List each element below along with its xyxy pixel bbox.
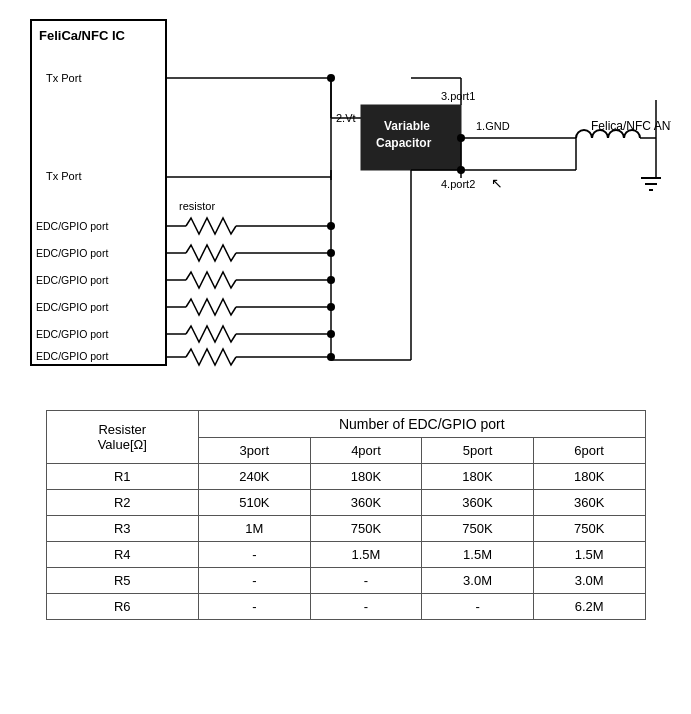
cell-R3-3: 750K	[533, 516, 645, 542]
cell-R3-2: 750K	[422, 516, 534, 542]
table-row: R5--3.0M3.0M	[46, 568, 645, 594]
svg-point-55	[327, 330, 335, 338]
cell-R3-1: 750K	[310, 516, 422, 542]
circuit-diagram: FeliCa/NFC IC Tx Port Tx Port EDC/GPIO p…	[21, 10, 671, 390]
svg-text:EDC/GPIO port: EDC/GPIO port	[36, 220, 108, 232]
cell-R5-1: -	[310, 568, 422, 594]
cell-R3-0: 1M	[199, 516, 311, 542]
svg-text:Tx  Port: Tx Port	[46, 72, 81, 84]
cell-R4-0: -	[199, 542, 311, 568]
svg-text:EDC/GPIO port: EDC/GPIO port	[36, 247, 108, 259]
table-row: R1240K180K180K180K	[46, 464, 645, 490]
cell-R5-0: -	[199, 568, 311, 594]
table-row: R31M750K750K750K	[46, 516, 645, 542]
col-header-6port: 6port	[533, 438, 645, 464]
table-row: R6---6.2M	[46, 594, 645, 620]
svg-text:Tx  Port: Tx Port	[46, 170, 81, 182]
cell-R1-0: 240K	[199, 464, 311, 490]
svg-point-35	[457, 134, 465, 142]
table-header-resister: Resister Value[Ω]	[46, 411, 199, 464]
row-label-R1: R1	[46, 464, 199, 490]
svg-text:4.port2: 4.port2	[441, 178, 475, 190]
svg-text:resistor: resistor	[179, 200, 215, 212]
cell-R2-1: 360K	[310, 490, 422, 516]
cell-R5-3: 3.0M	[533, 568, 645, 594]
table-header-edc: Number of EDC/GPIO port	[199, 411, 645, 438]
svg-text:FeliCa/NFC IC: FeliCa/NFC IC	[39, 28, 126, 43]
row-label-R6: R6	[46, 594, 199, 620]
cell-R4-3: 1.5M	[533, 542, 645, 568]
cell-R6-0: -	[199, 594, 311, 620]
svg-text:2.Vt: 2.Vt	[336, 112, 356, 124]
svg-text:EDC/GPIO port: EDC/GPIO port	[36, 328, 108, 340]
cell-R6-1: -	[310, 594, 422, 620]
svg-text:EDC/GPIO port: EDC/GPIO port	[36, 274, 108, 286]
row-label-R3: R3	[46, 516, 199, 542]
cell-R6-2: -	[422, 594, 534, 620]
svg-text:Capacitor: Capacitor	[376, 136, 432, 150]
svg-text:↖: ↖	[491, 175, 503, 191]
row-label-R5: R5	[46, 568, 199, 594]
svg-point-46	[327, 249, 335, 257]
cell-R2-3: 360K	[533, 490, 645, 516]
cell-R2-2: 360K	[422, 490, 534, 516]
cell-R2-0: 510K	[199, 490, 311, 516]
svg-text:1.GND: 1.GND	[476, 120, 510, 132]
resistor-table: Resister Value[Ω] Number of EDC/GPIO por…	[46, 410, 646, 620]
row-label-R4: R4	[46, 542, 199, 568]
svg-text:Variable: Variable	[384, 119, 430, 133]
row-label-R2: R2	[46, 490, 199, 516]
cell-R6-3: 6.2M	[533, 594, 645, 620]
col-header-4port: 4port	[310, 438, 422, 464]
cell-R4-1: 1.5M	[310, 542, 422, 568]
col-header-5port: 5port	[422, 438, 534, 464]
cell-R1-2: 180K	[422, 464, 534, 490]
svg-text:EDC/GPIO port: EDC/GPIO port	[36, 350, 108, 362]
cell-R4-2: 1.5M	[422, 542, 534, 568]
col-header-3port: 3port	[199, 438, 311, 464]
table-row: R4-1.5M1.5M1.5M	[46, 542, 645, 568]
cell-R1-3: 180K	[533, 464, 645, 490]
svg-text:EDC/GPIO port: EDC/GPIO port	[36, 301, 108, 313]
svg-text:3.port1: 3.port1	[441, 90, 475, 102]
table-row: R2510K360K360K360K	[46, 490, 645, 516]
svg-point-49	[327, 276, 335, 284]
cell-R1-1: 180K	[310, 464, 422, 490]
cell-R5-2: 3.0M	[422, 568, 534, 594]
svg-point-52	[327, 303, 335, 311]
